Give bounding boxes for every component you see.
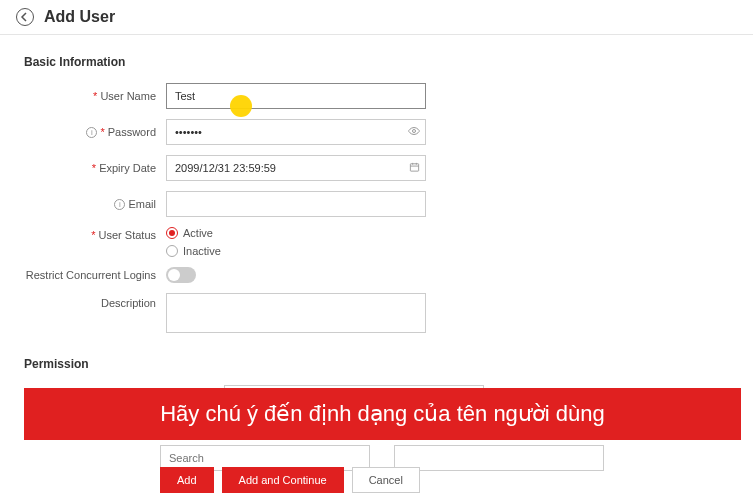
add-continue-button[interactable]: Add and Continue <box>222 467 344 493</box>
search-input-2[interactable] <box>394 445 604 471</box>
label-desc: Description <box>101 297 156 309</box>
password-input[interactable] <box>166 119 426 145</box>
radio-inactive[interactable]: Inactive <box>166 245 221 257</box>
restrict-toggle[interactable] <box>166 267 196 283</box>
page-title: Add User <box>44 8 115 26</box>
label-expiry: Expiry Date <box>99 162 156 174</box>
svg-rect-1 <box>410 164 418 171</box>
label-password: Password <box>108 126 156 138</box>
description-textarea[interactable] <box>166 293 426 333</box>
label-status: User Status <box>99 229 156 241</box>
back-button[interactable] <box>16 8 34 26</box>
section-basic: Basic Information <box>24 55 729 69</box>
add-button[interactable]: Add <box>160 467 214 493</box>
label-restrict: Restrict Concurrent Logins <box>26 269 156 281</box>
eye-icon[interactable] <box>408 125 420 139</box>
label-username: User Name <box>100 90 156 102</box>
label-email: Email <box>128 198 156 210</box>
section-permission: Permission <box>24 357 729 371</box>
info-icon: i <box>86 127 97 138</box>
info-icon: i <box>114 199 125 210</box>
calendar-icon[interactable] <box>409 162 420 175</box>
svg-point-0 <box>413 130 416 133</box>
cancel-button[interactable]: Cancel <box>352 467 420 493</box>
username-input[interactable] <box>166 83 426 109</box>
caption-overlay: Hãy chú ý đến định dạng của tên người dù… <box>24 388 741 440</box>
radio-active[interactable]: Active <box>166 227 221 239</box>
email-input[interactable] <box>166 191 426 217</box>
expiry-input[interactable] <box>166 155 426 181</box>
